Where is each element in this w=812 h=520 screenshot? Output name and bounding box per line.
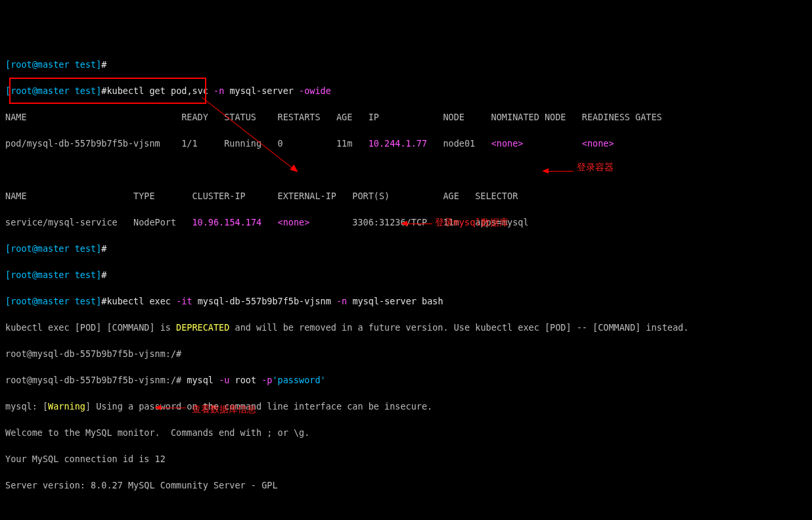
flag: -n <box>214 85 224 96</box>
terminal-window[interactable]: [root@master test]# [root@master test]#k… <box>5 45 807 520</box>
blank-line <box>5 505 807 518</box>
terminal-line: Welcome to the MySQL monitor. Commands e… <box>5 426 807 439</box>
terminal-line: kubectl exec [POD] [COMMAND] is DEPRECAT… <box>5 321 807 334</box>
terminal-line: root@mysql-db-557b9b7f5b-vjsnm:/# <box>5 347 807 360</box>
password-string: 'password' <box>272 375 325 385</box>
flag: -n <box>336 296 347 306</box>
terminal-line: root@mysql-db-557b9b7f5b-vjsnm:/# mysql … <box>5 373 807 387</box>
terminal-line: [root@master test]# <box>5 58 807 71</box>
terminal-line: Server version: 8.0.27 MySQL Community S… <box>5 479 807 492</box>
prompt-dir: test <box>70 59 97 70</box>
annotation-text: 登录mysql数据库 <box>435 216 508 229</box>
header-row: NAME TYPE CLUSTER-IP EXTERNAL-IP PORT(S)… <box>5 189 807 202</box>
terminal-line: mysql: [Warning] Using a password on the… <box>5 400 807 413</box>
flag: -it <box>176 296 192 306</box>
prompt-user: root@master <box>11 59 69 70</box>
annotation-text: 查看数据库信息 <box>192 402 256 415</box>
flag: -p <box>261 375 272 385</box>
command-text: kubectl get pod,svc <box>106 85 214 96</box>
svc-row: service/mysql-service NodePort 10.96.154… <box>5 216 807 229</box>
prompt-user: root@master <box>11 85 69 96</box>
prompt-hash: # <box>101 59 106 70</box>
prompt-dir: test <box>70 85 97 96</box>
cluster-ip: 10.96.154.174 <box>192 217 261 227</box>
deprecated-label: DEPRECATED <box>176 322 229 333</box>
bash-prompt: root@mysql-db-557b9b7f5b-vjsnm:/# <box>5 348 181 359</box>
prompt-bracket: [ <box>5 59 11 70</box>
warning-label: Warning <box>48 401 85 412</box>
terminal-line: [root@master test]#kubectl get pod,svc -… <box>5 84 807 97</box>
flag: -owide <box>299 85 331 96</box>
prompt-bracket: [ <box>5 85 11 96</box>
flag: -u <box>219 375 229 385</box>
terminal-line: [root@master test]#kubectl exec -it mysq… <box>5 295 807 308</box>
header-row: NAME READY STATUS RESTARTS AGE IP NODE N… <box>5 110 807 124</box>
terminal-line: [root@master test]# <box>5 242 807 255</box>
terminal-line: [root@master test]# <box>5 268 807 281</box>
pod-row: pod/mysql-db-557b9b7f5b-vjsnm 1/1 Runnin… <box>5 137 807 150</box>
annotation-text: 登录容器 <box>577 160 614 174</box>
ip-address: 10.244.1.77 <box>369 138 427 149</box>
blank-line <box>5 163 807 176</box>
terminal-line: Your MySQL connection id is 12 <box>5 452 807 465</box>
